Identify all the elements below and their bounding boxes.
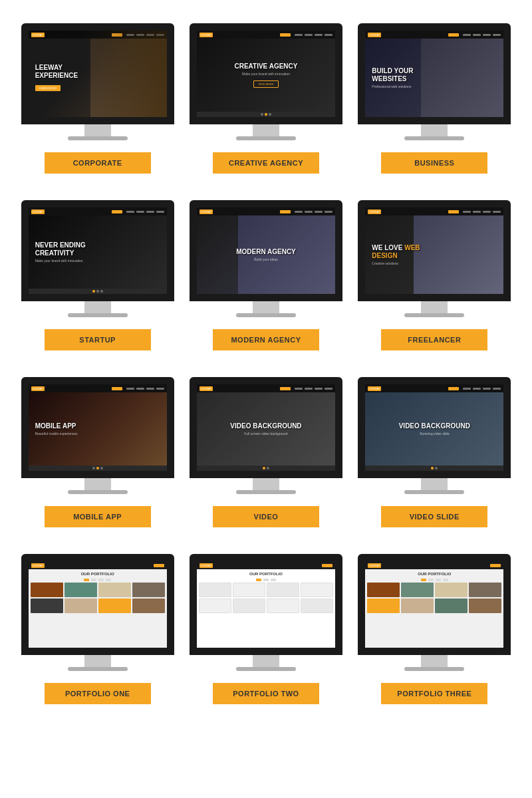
monitor-corporate: LEEWAY LEEWAYEXPERIENCE LEARN MORE (21, 23, 174, 140)
monitor-startup: LEEWAY NEVER ENDINGCREATIVITY Make your … (21, 200, 174, 317)
demo-item-modern-agency[interactable]: LEEWAY MODERN AGENCY Build your ideas (182, 190, 350, 367)
nav-logo-8: LEEWAY (200, 386, 213, 391)
label-video[interactable]: VIDEO (213, 506, 319, 527)
monitor-portfolio-three: LEEWAY OUR PORTFOLIO (358, 554, 511, 671)
label-mobile-app[interactable]: MOBILE APP (45, 506, 151, 527)
screen-subtitle-business: Professional web solutions (372, 84, 413, 88)
label-business[interactable]: BUSINESS (381, 152, 487, 174)
screen-title-corporate: LEEWAYEXPERIENCE (35, 64, 78, 80)
screen-subtitle-creative: Make your brand with innovation (203, 72, 329, 76)
label-portfolio-one[interactable]: PORTFOLIO ONE (45, 683, 151, 704)
nav-button-8 (280, 387, 291, 390)
demo-item-corporate[interactable]: LEEWAY LEEWAYEXPERIENCE LEARN MORE (13, 13, 182, 190)
portfolio-title-one: OUR PORTFOLIO (31, 572, 165, 576)
demo-item-freelancer[interactable]: LEEWAY WE LOVE WEBDESIGN Creative soluti… (350, 190, 519, 367)
screen-title-modern: MODERN AGENCY (203, 248, 329, 256)
demo-item-portfolio-two[interactable]: LEEWAY OUR PORTFOLIO (182, 544, 350, 721)
screen-title-creative: CREATIVE AGENCY (203, 63, 329, 70)
nav-logo-10: LEEWAY (31, 563, 45, 568)
screen-title-business: BUILD YOURWEBSITES (372, 67, 413, 83)
demo-item-creative-agency[interactable]: LEEWAY CREATIVE AGENCY Make your brand w… (182, 13, 350, 190)
screen-subtitle-modern: Build your ideas (203, 257, 329, 261)
screen-subtitle-video-slide: Stunning video slide (372, 432, 497, 436)
label-modern-agency[interactable]: MODERN AGENCY (213, 329, 319, 350)
screen-subtitle-freelancer: Creative solutions (372, 261, 420, 265)
nav-logo-9: LEEWAY (368, 386, 381, 391)
label-portfolio-three[interactable]: PORTFOLIO THREE (381, 683, 487, 704)
screen-subtitle-mobile: Beautiful mobile experiences (35, 432, 78, 436)
nav-logo-12: LEEWAY (368, 563, 381, 568)
nav-button-6 (448, 210, 459, 213)
label-video-slide[interactable]: VIDEO SLIDE (381, 506, 487, 527)
label-freelancer[interactable]: FREELANCER (381, 329, 487, 350)
monitor-creative-agency: LEEWAY CREATIVE AGENCY Make your brand w… (190, 23, 342, 140)
monitor-video-slide: LEEWAY VIDEO BACKGROUND Stunning video s… (358, 377, 511, 494)
nav-logo-5: LEEWAY (200, 209, 213, 214)
demo-item-business[interactable]: LEEWAY BUILD YOURWEBSITES Professional w… (350, 13, 519, 190)
monitor-freelancer: LEEWAY WE LOVE WEBDESIGN Creative soluti… (358, 200, 511, 317)
label-startup[interactable]: STARTUP (45, 329, 151, 350)
screen-cta-corporate: LEARN MORE (35, 85, 61, 91)
nav-logo: LEEWAY (31, 33, 45, 37)
monitor-portfolio-one: LEEWAY OUR PORTFOLIO (21, 554, 174, 671)
nav-logo-3: LEEWAY (368, 33, 381, 37)
screen-subtitle-video: Full screen video background (203, 432, 329, 436)
nav-button-11 (322, 564, 332, 567)
nav-logo-2: LEEWAY (200, 33, 213, 37)
monitor-portfolio-two: LEEWAY OUR PORTFOLIO (190, 554, 342, 671)
nav-logo-11: LEEWAY (200, 563, 213, 568)
nav-button-7 (112, 387, 122, 390)
label-creative-agency[interactable]: CREATIVE AGENCY (213, 152, 319, 174)
screen-title-startup: NEVER ENDINGCREATIVITY (35, 241, 86, 257)
screen-title-video: VIDEO BACKGROUND (203, 422, 329, 430)
nav-button-9 (448, 387, 459, 390)
demo-item-startup[interactable]: LEEWAY NEVER ENDINGCREATIVITY Make your … (13, 190, 182, 367)
demo-item-mobile-app[interactable]: LEEWAY MOBILE APP Beautiful mobile exper… (13, 367, 182, 544)
screen-subtitle-startup: Make your brand with innovation (35, 259, 86, 263)
monitor-mobile-app: LEEWAY MOBILE APP Beautiful mobile exper… (21, 377, 174, 494)
demo-grid: LEEWAY LEEWAYEXPERIENCE LEARN MORE (0, 0, 532, 734)
portfolio-title-three: OUR PORTFOLIO (367, 572, 501, 576)
monitor-modern-agency: LEEWAY MODERN AGENCY Build your ideas (190, 200, 342, 317)
nav-button-3 (448, 33, 459, 37)
screen-title-video-slide: VIDEO BACKGROUND (372, 422, 497, 430)
screen-title-mobile: MOBILE APP (35, 422, 78, 430)
nav-button-12 (490, 564, 501, 567)
demo-item-video[interactable]: LEEWAY VIDEO BACKGROUND Full screen vide… (182, 367, 350, 544)
demo-item-video-slide[interactable]: LEEWAY VIDEO BACKGROUND Stunning video s… (350, 367, 519, 544)
nav-button-4 (112, 210, 122, 213)
nav-button (112, 33, 122, 37)
monitor-video: LEEWAY VIDEO BACKGROUND Full screen vide… (190, 377, 342, 494)
label-portfolio-two[interactable]: PORTFOLIO TWO (213, 683, 319, 704)
nav-logo-7: LEEWAY (31, 386, 45, 391)
label-corporate[interactable]: CORPORATE (45, 152, 151, 174)
screen-cta-creative: VIEW MORE (253, 80, 278, 88)
demo-item-portfolio-three[interactable]: LEEWAY OUR PORTFOLIO (350, 544, 519, 721)
screen-title-freelancer: WE LOVE WEBDESIGN (372, 244, 420, 260)
nav-button-2 (280, 33, 291, 37)
monitor-business: LEEWAY BUILD YOURWEBSITES Professional w… (358, 23, 511, 140)
nav-button-10 (154, 564, 164, 567)
nav-logo-4: LEEWAY (31, 209, 45, 214)
portfolio-title-two: OUR PORTFOLIO (199, 572, 333, 576)
nav-logo-6: LEEWAY (368, 209, 381, 214)
demo-item-portfolio-one[interactable]: LEEWAY OUR PORTFOLIO (13, 544, 182, 721)
nav-button-5 (280, 210, 291, 213)
